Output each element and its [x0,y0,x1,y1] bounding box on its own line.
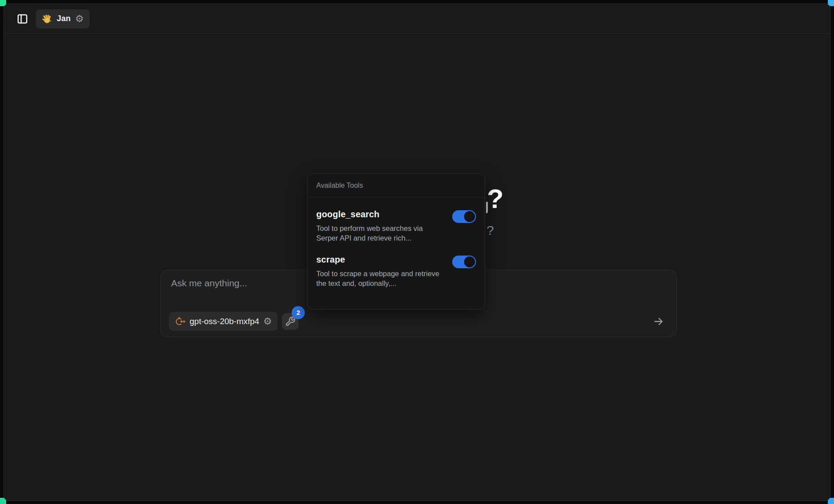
app-pill[interactable]: Jan ⚙ [36,9,90,29]
tool-item-scrape: scrape Tool to scrape a webpage and retr… [316,255,476,288]
tool-description: Tool to scrape a webpage and retrieve th… [316,269,442,288]
model-settings-gear-icon[interactable]: ⚙ [263,317,272,326]
tool-toggle-scrape[interactable] [452,256,476,268]
toggle-knob [464,211,475,222]
tools-button[interactable]: 2 [282,313,299,330]
model-selector[interactable]: gpt-oss-20b-mxfp4 ⚙ [169,312,278,331]
popover-title: Available Tools [316,182,476,190]
model-name: gpt-oss-20b-mxfp4 [190,317,259,326]
composer-toolbar: gpt-oss-20b-mxfp4 ⚙ 2 [169,312,667,331]
app-name: Jan [57,14,71,23]
titlebar: Jan ⚙ [4,4,830,34]
tool-item-google-search: google_search Tool to perform web search… [316,209,476,243]
tool-name: google_search [316,209,442,219]
tool-toggle-google-search[interactable] [452,210,476,223]
enabled-tools-count-badge: 2 [292,306,305,319]
tool-description: Tool to perform web searches via Serper … [316,223,442,243]
arrow-right-icon [653,316,664,327]
app-window: Jan ⚙ ? ? gpt-oss-20b-mxfp4 [4,4,830,501]
sidebar-toggle-button[interactable] [16,13,29,25]
llamacpp-icon [175,316,186,327]
tool-name: scrape [316,255,442,265]
toggle-knob [464,256,475,267]
assistant-settings-gear-icon[interactable]: ⚙ [75,14,84,24]
greeting-question-mark-large: ? [487,185,504,212]
popover-divider [307,197,485,197]
panel-left-icon [17,13,28,25]
waving-hand-icon [42,14,52,24]
send-button[interactable] [650,313,667,330]
greeting-question-mark-small: ? [486,224,494,237]
available-tools-popover: Available Tools google_search Tool to pe… [307,173,485,310]
